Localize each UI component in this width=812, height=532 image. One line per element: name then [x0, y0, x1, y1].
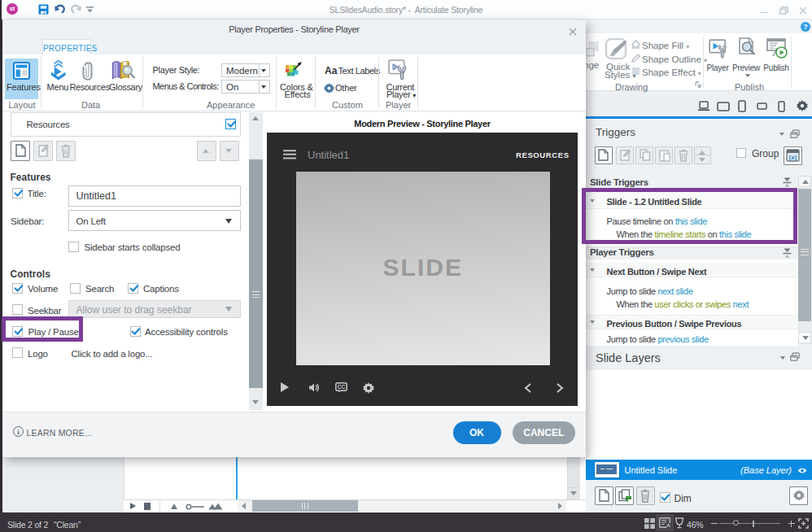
- svg-text:CC: CC: [337, 384, 345, 390]
- svg-text:(x): (x): [789, 154, 797, 161]
